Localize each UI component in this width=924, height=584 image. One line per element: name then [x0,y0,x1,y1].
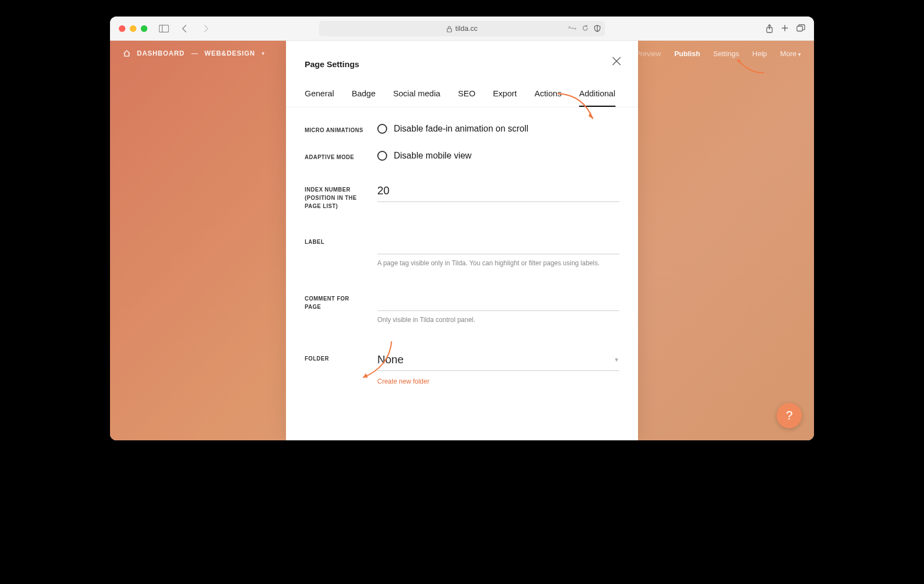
browser-window: tilda.cc ᴬ⤳ [110,17,814,440]
help-fab-label: ? [786,408,793,423]
forward-button[interactable] [199,22,212,35]
row-label: LABEL A page tag visible only in Tilda. … [305,236,619,268]
reload-icon[interactable] [582,25,588,32]
label-index-number: INDEX NUMBER (POSITION IN THE PAGE LIST) [305,183,365,210]
label-page-label: LABEL [305,236,365,246]
breadcrumb-dashboard[interactable]: DASHBOARD [137,50,185,57]
tab-additional[interactable]: Additional [579,89,615,107]
page-settings-modal: Page Settings General Badge Social media… [286,41,638,440]
modal-title: Page Settings [305,59,619,69]
app-body: DASHBOARD — WEB&DESIGN ▾ Preview Publish… [110,41,814,440]
minimize-window-button[interactable] [130,25,136,32]
tabs-icon[interactable] [796,24,805,33]
hint-page-label: A page tag visible only in Tilda. You ca… [377,259,619,268]
tab-actions[interactable]: Actions [535,89,562,107]
breadcrumb: DASHBOARD — WEB&DESIGN ▾ [123,50,265,57]
svg-marker-13 [363,373,368,378]
tab-badge[interactable]: Badge [351,89,375,107]
browser-actions [766,24,805,33]
browser-chrome: tilda.cc ᴬ⤳ [110,17,814,41]
dropdown-caret-icon: ▼ [614,357,619,363]
close-window-button[interactable] [119,25,125,32]
lock-icon [447,26,452,32]
new-tab-icon[interactable] [781,24,789,33]
page-label-input[interactable] [377,236,619,254]
modal-header: Page Settings [286,41,638,69]
maximize-window-button[interactable] [141,25,147,32]
label-comment: COMMENT FOR PAGE [305,292,365,311]
tab-general[interactable]: General [305,89,334,107]
back-button[interactable] [178,22,191,35]
label-folder: FOLDER [305,352,365,363]
folder-select[interactable]: None ▼ [377,352,619,371]
create-folder-link[interactable]: Create new folder [377,378,430,385]
svg-rect-2 [447,29,452,32]
option-disable-mobile[interactable]: Disable mobile view [394,151,471,161]
settings-form: MICRO ANIMATIONS Disable fade-in animati… [286,107,638,440]
index-number-input[interactable] [377,183,619,202]
label-adaptive-mode: ADAPTIVE MODE [305,151,365,161]
option-disable-fade-in[interactable]: Disable fade-in animation on scroll [394,124,529,134]
sidebar-toggle-icon[interactable] [157,22,170,35]
help-fab-button[interactable]: ? [777,403,802,428]
label-micro-animations: MICRO ANIMATIONS [305,124,365,134]
publish-link[interactable]: Publish [674,50,700,58]
close-button[interactable] [612,56,622,66]
breadcrumb-project[interactable]: WEB&DESIGN [205,50,255,57]
comment-input[interactable] [377,292,619,311]
settings-link[interactable]: Settings [713,50,739,58]
row-adaptive-mode: ADAPTIVE MODE Disable mobile view [305,151,619,161]
preview-link[interactable]: Preview [636,50,661,58]
url-text: tilda.cc [455,24,477,32]
svg-rect-8 [797,26,802,31]
shield-icon[interactable] [594,25,601,32]
modal-tabs: General Badge Social media SEO Export Ac… [286,69,638,107]
chevron-down-icon[interactable]: ▾ [262,51,265,56]
topbar-actions: Preview Publish Settings Help More [652,50,801,58]
folder-value: None [377,353,404,366]
row-folder: FOLDER None ▼ Create new folder [305,352,619,386]
row-index-number: INDEX NUMBER (POSITION IN THE PAGE LIST) [305,183,619,210]
share-icon[interactable] [766,24,773,33]
address-bar[interactable]: tilda.cc ᴬ⤳ [319,21,605,36]
svg-rect-0 [160,25,169,32]
row-micro-animations: MICRO ANIMATIONS Disable fade-in animati… [305,124,619,134]
radio-disable-fade-in[interactable] [377,124,387,134]
tab-social-media[interactable]: Social media [393,89,441,107]
row-comment: COMMENT FOR PAGE Only visible in Tilda c… [305,292,619,325]
breadcrumb-separator: — [191,50,198,57]
window-controls [119,25,147,32]
home-icon[interactable] [123,50,130,57]
more-link[interactable]: More [780,50,801,58]
help-link[interactable]: Help [752,50,767,58]
hint-comment: Only visible in Tilda control panel. [377,315,619,325]
translate-icon[interactable]: ᴬ⤳ [568,25,576,32]
url-actions: ᴬ⤳ [568,25,601,32]
tab-export[interactable]: Export [493,89,516,107]
radio-disable-mobile[interactable] [377,151,387,161]
tab-seo[interactable]: SEO [458,89,476,107]
